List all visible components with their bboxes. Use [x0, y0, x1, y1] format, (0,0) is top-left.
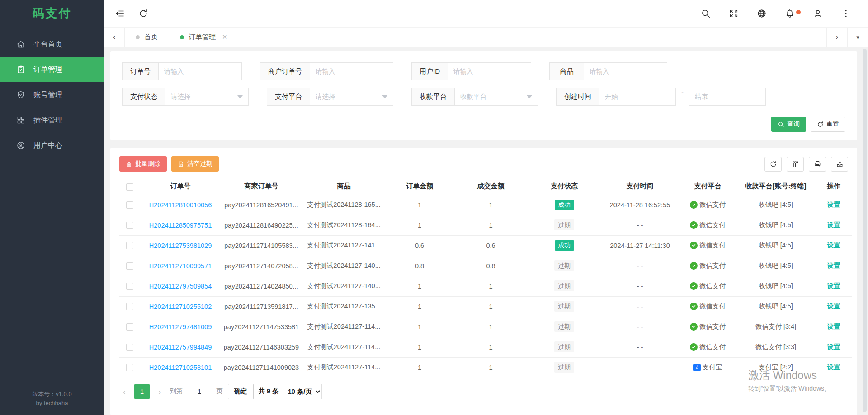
- pay-platform-cell: 微信支付: [679, 276, 736, 296]
- pay-time-cell: - -: [600, 276, 679, 296]
- fullscreen-icon[interactable]: [729, 9, 739, 19]
- language-icon[interactable]: [757, 9, 767, 19]
- notification-icon[interactable]: [785, 9, 795, 19]
- row-checkbox[interactable]: [126, 201, 133, 209]
- user-icon[interactable]: [813, 9, 823, 19]
- filter-row-2: 支付状态 请选择 支付平台 请选择 收款平台 收款平台 创建时间 -: [122, 88, 845, 106]
- table-tool-refresh-icon[interactable]: [764, 157, 782, 172]
- search-button[interactable]: 查询: [771, 117, 806, 132]
- receiver-cell: 收钱吧 [4:5]: [736, 296, 816, 317]
- filter-select-control[interactable]: 请选择: [165, 88, 249, 106]
- goto-page-input[interactable]: [188, 384, 211, 399]
- settings-link[interactable]: 设置: [827, 343, 840, 350]
- page-unit-label: 页: [216, 387, 223, 396]
- order-no-link[interactable]: H2024112710099571: [149, 262, 212, 270]
- filter-field-input[interactable]: [584, 62, 667, 80]
- vertical-scrollbar[interactable]: [863, 49, 867, 412]
- per-page-select[interactable]: 10 条/页: [284, 384, 322, 399]
- filter-field-input[interactable]: [158, 62, 242, 80]
- pay-status-cell: 过期: [528, 296, 600, 317]
- action-cell: 设置: [816, 296, 852, 317]
- platform-label: 微信支付: [699, 241, 726, 250]
- tab-close-icon[interactable]: ✕: [222, 33, 228, 41]
- pay-status-cell: 过期: [528, 256, 600, 276]
- action-cell: 设置: [816, 195, 852, 215]
- settings-link[interactable]: 设置: [827, 282, 840, 289]
- search-icon[interactable]: [701, 9, 711, 19]
- settings-link[interactable]: 设置: [827, 242, 840, 249]
- order-amount-cell: 1: [386, 357, 453, 378]
- order-no-link[interactable]: H2024112810010056: [149, 201, 212, 209]
- row-checkbox[interactable]: [126, 283, 133, 290]
- chevron-down-icon: [382, 95, 387, 98]
- row-checkbox[interactable]: [126, 262, 133, 270]
- filter-select-control[interactable]: 请选择: [310, 88, 393, 106]
- settings-link[interactable]: 设置: [827, 323, 840, 330]
- row-checkbox[interactable]: [126, 323, 133, 331]
- table-tool-columns-icon[interactable]: [787, 157, 804, 172]
- select-all-checkbox[interactable]: [126, 183, 133, 191]
- collapse-menu-icon[interactable]: [115, 9, 125, 19]
- sidebar-item-user-center[interactable]: 用户中心: [0, 133, 104, 158]
- sidebar: 码支付 平台首页 订单管理 账号管理 插件管理 用户中心 版本号：v1.0.0 …: [0, 0, 104, 415]
- filter-row-1: 订单号 商户订单号 用户ID 商品: [122, 62, 845, 80]
- table-tool-export-icon[interactable]: [831, 157, 848, 172]
- tab-orders[interactable]: 订单管理 ✕: [169, 28, 239, 47]
- row-checkbox[interactable]: [126, 344, 133, 351]
- order-no-link[interactable]: H2024112797481009: [149, 323, 212, 331]
- sidebar-item-plugins[interactable]: 插件管理: [0, 107, 104, 133]
- row-checkbox[interactable]: [126, 222, 133, 229]
- refresh-icon[interactable]: [138, 9, 148, 19]
- tabs-scroll-left-button[interactable]: ‹: [104, 28, 125, 47]
- table-row: H2024112710253101 pay202411271141009023 …: [119, 357, 852, 378]
- total-count-label: 共 9 条: [259, 387, 279, 396]
- order-no-link[interactable]: H2024112850975751: [149, 222, 212, 229]
- sidebar-item-orders[interactable]: 订单管理: [0, 57, 104, 82]
- next-page-button[interactable]: ›: [155, 387, 165, 396]
- filter-field-input[interactable]: [310, 62, 393, 80]
- table-tool-print-icon[interactable]: [809, 157, 826, 172]
- row-checkbox[interactable]: [126, 364, 133, 371]
- order-no-link[interactable]: H2024112710253101: [149, 364, 212, 371]
- reset-button[interactable]: 重置: [811, 117, 845, 132]
- settings-link[interactable]: 设置: [827, 303, 840, 310]
- order-no-cell: H2024112710099571: [140, 256, 221, 276]
- export-icon: [836, 160, 844, 168]
- filter-select-label: 支付状态: [122, 88, 165, 106]
- more-icon[interactable]: [841, 9, 851, 19]
- sidebar-item-home[interactable]: 平台首页: [0, 32, 104, 57]
- tab-home[interactable]: 首页: [125, 28, 169, 47]
- filter-field-input[interactable]: [448, 62, 531, 80]
- order-no-link[interactable]: H2024112753981029: [149, 242, 212, 249]
- filter-select-2: 收款平台 收款平台: [411, 88, 538, 106]
- order-no-link[interactable]: H2024112797509854: [149, 283, 212, 290]
- clear-expired-button[interactable]: 清空过期: [171, 156, 219, 172]
- sidebar-item-accounts[interactable]: 账号管理: [0, 82, 104, 107]
- status-badge-expired: 过期: [554, 280, 574, 291]
- settings-link[interactable]: 设置: [827, 262, 840, 269]
- clear-expired-label: 清空过期: [187, 160, 212, 168]
- start-date-input[interactable]: [599, 88, 676, 106]
- settings-link[interactable]: 设置: [827, 364, 840, 371]
- tabs-menu-button[interactable]: ▾: [847, 28, 868, 47]
- settings-link[interactable]: 设置: [827, 201, 840, 208]
- pay-platform-cell: 支支付宝: [679, 357, 736, 378]
- goto-confirm-button[interactable]: 确定: [228, 384, 254, 399]
- order-amount-cell: 1: [386, 296, 453, 317]
- row-checkbox[interactable]: [126, 303, 133, 310]
- status-badge-expired: 过期: [554, 219, 574, 230]
- merchant-no-cell: pay2024112714105583...: [221, 235, 302, 256]
- pay-platform-cell: 微信支付: [679, 215, 736, 235]
- tabs-scroll-right-button[interactable]: ›: [826, 28, 847, 47]
- end-date-input[interactable]: [689, 88, 766, 106]
- filter-select-control[interactable]: 收款平台: [454, 88, 538, 106]
- settings-link[interactable]: 设置: [827, 221, 840, 228]
- select-all-header: [119, 178, 140, 195]
- prev-page-button[interactable]: ‹: [119, 387, 129, 396]
- order-no-link[interactable]: H2024112757994849: [149, 344, 212, 351]
- batch-delete-button[interactable]: 批量删除: [119, 156, 167, 172]
- current-page-button[interactable]: 1: [134, 384, 150, 399]
- paid-amount-cell: 1: [453, 317, 528, 337]
- order-no-link[interactable]: H2024112710255102: [149, 303, 212, 310]
- row-checkbox[interactable]: [126, 242, 133, 249]
